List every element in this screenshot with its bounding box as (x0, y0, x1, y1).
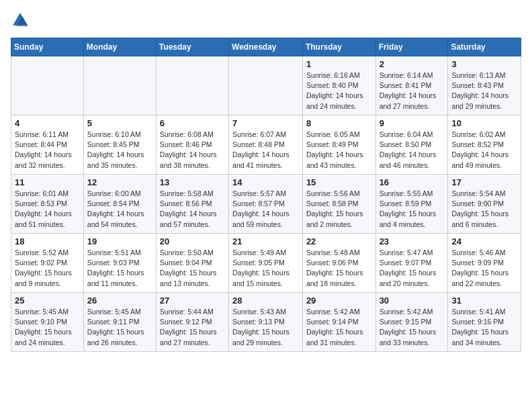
day-header: Tuesday (156, 38, 228, 56)
day-info: Sunrise: 6:00 AM Sunset: 8:54 PM Dayligh… (87, 189, 152, 230)
calendar-cell: 23Sunrise: 5:47 AM Sunset: 9:07 PM Dayli… (375, 234, 448, 293)
day-number: 8 (306, 118, 372, 128)
day-number: 19 (87, 236, 152, 246)
day-info: Sunrise: 6:10 AM Sunset: 8:45 PM Dayligh… (87, 130, 152, 171)
day-info: Sunrise: 5:43 AM Sunset: 9:13 PM Dayligh… (232, 307, 299, 348)
day-number: 11 (15, 177, 80, 187)
calendar-cell: 7Sunrise: 6:07 AM Sunset: 8:48 PM Daylig… (229, 116, 303, 175)
day-info: Sunrise: 5:42 AM Sunset: 9:14 PM Dayligh… (306, 307, 372, 348)
day-header: Monday (83, 38, 156, 56)
day-number: 18 (15, 236, 80, 246)
day-info: Sunrise: 5:52 AM Sunset: 9:02 PM Dayligh… (15, 248, 80, 289)
day-number: 16 (380, 177, 445, 187)
calendar-cell: 22Sunrise: 5:48 AM Sunset: 9:06 PM Dayli… (302, 234, 375, 293)
day-number: 26 (87, 295, 152, 306)
calendar-cell: 10Sunrise: 6:02 AM Sunset: 8:52 PM Dayli… (448, 116, 521, 175)
calendar-cell (11, 56, 84, 116)
day-number: 20 (160, 236, 225, 246)
calendar-cell: 25Sunrise: 5:45 AM Sunset: 9:10 PM Dayli… (11, 293, 84, 352)
day-info: Sunrise: 6:08 AM Sunset: 8:46 PM Dayligh… (160, 130, 225, 171)
calendar-table: SundayMondayTuesdayWednesdayThursdayFrid… (11, 38, 521, 352)
day-info: Sunrise: 6:07 AM Sunset: 8:48 PM Dayligh… (232, 130, 299, 171)
day-number: 29 (306, 295, 372, 306)
calendar-cell: 14Sunrise: 5:57 AM Sunset: 8:57 PM Dayli… (229, 175, 303, 234)
day-header: Thursday (302, 38, 375, 56)
page-header (11, 11, 521, 30)
day-header: Saturday (448, 38, 521, 56)
calendar-row: 25Sunrise: 5:45 AM Sunset: 9:10 PM Dayli… (11, 293, 521, 352)
day-number: 23 (380, 236, 445, 246)
calendar-cell: 13Sunrise: 5:58 AM Sunset: 8:56 PM Dayli… (156, 175, 228, 234)
day-number: 31 (451, 295, 517, 306)
calendar-cell: 17Sunrise: 5:54 AM Sunset: 9:00 PM Dayli… (448, 175, 521, 234)
day-number: 6 (160, 118, 225, 128)
calendar-cell: 1Sunrise: 6:16 AM Sunset: 8:40 PM Daylig… (302, 56, 375, 116)
day-info: Sunrise: 5:44 AM Sunset: 9:12 PM Dayligh… (160, 307, 225, 348)
day-info: Sunrise: 6:11 AM Sunset: 8:44 PM Dayligh… (15, 130, 80, 171)
day-number: 13 (160, 177, 225, 187)
calendar-cell: 28Sunrise: 5:43 AM Sunset: 9:13 PM Dayli… (229, 293, 303, 352)
day-info: Sunrise: 5:49 AM Sunset: 9:05 PM Dayligh… (232, 248, 299, 289)
day-info: Sunrise: 6:14 AM Sunset: 8:41 PM Dayligh… (380, 71, 445, 111)
calendar-cell: 30Sunrise: 5:42 AM Sunset: 9:15 PM Dayli… (375, 293, 448, 352)
calendar-cell: 24Sunrise: 5:46 AM Sunset: 9:09 PM Dayli… (448, 234, 521, 293)
day-header: Friday (375, 38, 448, 56)
calendar-cell (83, 56, 156, 116)
calendar-cell: 5Sunrise: 6:10 AM Sunset: 8:45 PM Daylig… (83, 116, 156, 175)
day-header: Sunday (11, 38, 84, 56)
day-number: 10 (451, 118, 517, 128)
calendar-cell: 31Sunrise: 5:41 AM Sunset: 9:16 PM Dayli… (448, 293, 521, 352)
day-number: 25 (15, 295, 80, 306)
calendar-cell: 21Sunrise: 5:49 AM Sunset: 9:05 PM Dayli… (229, 234, 303, 293)
day-number: 2 (380, 59, 445, 69)
calendar-body: 1Sunrise: 6:16 AM Sunset: 8:40 PM Daylig… (11, 56, 521, 352)
logo (11, 11, 32, 30)
day-info: Sunrise: 6:05 AM Sunset: 8:49 PM Dayligh… (306, 130, 372, 171)
day-number: 7 (232, 118, 299, 128)
day-info: Sunrise: 5:41 AM Sunset: 9:16 PM Dayligh… (451, 307, 517, 348)
day-number: 15 (306, 177, 372, 187)
calendar-cell: 4Sunrise: 6:11 AM Sunset: 8:44 PM Daylig… (11, 116, 84, 175)
calendar-cell: 27Sunrise: 5:44 AM Sunset: 9:12 PM Dayli… (156, 293, 228, 352)
calendar-cell: 3Sunrise: 6:13 AM Sunset: 8:43 PM Daylig… (448, 56, 521, 116)
day-info: Sunrise: 6:02 AM Sunset: 8:52 PM Dayligh… (451, 130, 517, 171)
day-info: Sunrise: 5:45 AM Sunset: 9:10 PM Dayligh… (15, 307, 80, 348)
calendar-row: 1Sunrise: 6:16 AM Sunset: 8:40 PM Daylig… (11, 56, 521, 116)
day-number: 17 (451, 177, 517, 187)
calendar-cell: 29Sunrise: 5:42 AM Sunset: 9:14 PM Dayli… (302, 293, 375, 352)
day-number: 30 (380, 295, 445, 306)
day-number: 4 (15, 118, 80, 128)
day-number: 1 (306, 59, 372, 69)
calendar-cell: 16Sunrise: 5:55 AM Sunset: 8:59 PM Dayli… (375, 175, 448, 234)
calendar-cell: 11Sunrise: 6:01 AM Sunset: 8:53 PM Dayli… (11, 175, 84, 234)
calendar-cell: 15Sunrise: 5:56 AM Sunset: 8:58 PM Dayli… (302, 175, 375, 234)
day-info: Sunrise: 5:46 AM Sunset: 9:09 PM Dayligh… (451, 248, 517, 289)
day-number: 9 (380, 118, 445, 128)
day-info: Sunrise: 6:13 AM Sunset: 8:43 PM Dayligh… (451, 71, 517, 111)
day-number: 5 (87, 118, 152, 128)
calendar-cell: 19Sunrise: 5:51 AM Sunset: 9:03 PM Dayli… (83, 234, 156, 293)
day-info: Sunrise: 5:42 AM Sunset: 9:15 PM Dayligh… (380, 307, 445, 348)
day-info: Sunrise: 5:48 AM Sunset: 9:06 PM Dayligh… (306, 248, 372, 289)
day-info: Sunrise: 5:45 AM Sunset: 9:11 PM Dayligh… (87, 307, 152, 348)
calendar-cell: 6Sunrise: 6:08 AM Sunset: 8:46 PM Daylig… (156, 116, 228, 175)
day-info: Sunrise: 5:47 AM Sunset: 9:07 PM Dayligh… (380, 248, 445, 289)
day-number: 14 (232, 177, 299, 187)
calendar-row: 18Sunrise: 5:52 AM Sunset: 9:02 PM Dayli… (11, 234, 521, 293)
day-info: Sunrise: 5:57 AM Sunset: 8:57 PM Dayligh… (232, 189, 299, 230)
day-info: Sunrise: 5:51 AM Sunset: 9:03 PM Dayligh… (87, 248, 152, 289)
calendar-cell (156, 56, 228, 116)
calendar-cell (229, 56, 303, 116)
day-number: 28 (232, 295, 299, 306)
day-info: Sunrise: 5:56 AM Sunset: 8:58 PM Dayligh… (306, 189, 372, 230)
day-number: 27 (160, 295, 225, 306)
logo-icon (11, 11, 30, 30)
day-number: 24 (451, 236, 517, 246)
day-number: 12 (87, 177, 152, 187)
day-info: Sunrise: 6:04 AM Sunset: 8:50 PM Dayligh… (380, 130, 445, 171)
calendar-header: SundayMondayTuesdayWednesdayThursdayFrid… (11, 38, 521, 56)
calendar-cell: 26Sunrise: 5:45 AM Sunset: 9:11 PM Dayli… (83, 293, 156, 352)
day-info: Sunrise: 5:55 AM Sunset: 8:59 PM Dayligh… (380, 189, 445, 230)
day-header: Wednesday (229, 38, 303, 56)
calendar-row: 4Sunrise: 6:11 AM Sunset: 8:44 PM Daylig… (11, 116, 521, 175)
